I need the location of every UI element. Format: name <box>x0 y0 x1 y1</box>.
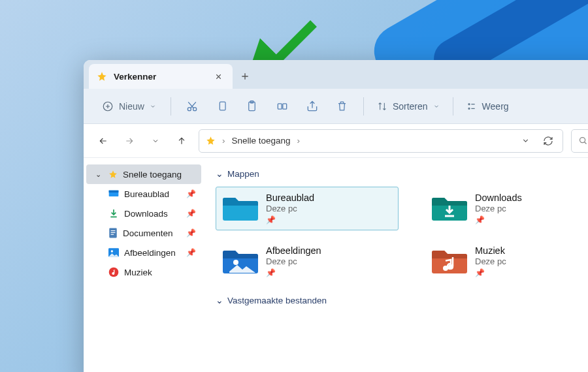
new-button-label: Nieuw <box>119 101 144 112</box>
desktop-icon <box>108 189 119 198</box>
tab-bar: Verkenner <box>84 60 588 89</box>
svg-point-19 <box>111 250 113 252</box>
svg-rect-16 <box>111 232 116 233</box>
folder-icon <box>432 193 467 221</box>
back-button[interactable] <box>94 132 112 150</box>
svg-rect-8 <box>283 103 287 108</box>
sidebar-item-downloads[interactable]: Downloads 📌 <box>86 204 201 223</box>
svg-rect-13 <box>109 191 119 193</box>
folder-item-desktop[interactable]: Bureaublad Deze pc 📌 <box>216 187 399 230</box>
search-box[interactable]: Z <box>571 129 588 153</box>
body: ⌄ Snelle toegang Bureaublad 📌 Downloads … <box>84 158 588 372</box>
svg-point-10 <box>468 108 470 109</box>
sidebar-item-label: Afbeeldingen <box>124 248 181 258</box>
forward-button[interactable] <box>120 132 139 150</box>
svg-point-2 <box>188 107 191 110</box>
sidebar-quick-access[interactable]: ⌄ Snelle toegang <box>86 164 201 184</box>
item-subtitle: Deze pc <box>266 204 314 213</box>
sort-label: Sorteren <box>393 101 428 112</box>
separator <box>453 97 453 116</box>
folder-item-downloads[interactable]: Downloads Deze pc 📌 <box>425 187 588 230</box>
cut-icon[interactable] <box>179 95 205 118</box>
svg-point-21 <box>233 260 238 265</box>
svg-point-23 <box>448 264 453 270</box>
sidebar-item-documents[interactable]: Documenten 📌 <box>86 223 201 243</box>
active-tab[interactable]: Verkenner <box>89 64 233 89</box>
chevron-down-icon[interactable] <box>517 136 534 145</box>
svg-point-3 <box>193 107 197 110</box>
address-bar[interactable]: › Snelle toegang › <box>199 129 563 153</box>
sidebar-item-label: Documenten <box>123 228 181 238</box>
item-name: Downloads <box>475 193 522 203</box>
group-folders[interactable]: ⌄ Mappen <box>216 168 588 179</box>
view-label: Weerg <box>482 101 509 112</box>
pin-icon: 📌 <box>186 248 196 257</box>
star-icon <box>206 136 216 146</box>
item-subtitle: Deze pc <box>475 256 506 266</box>
folder-item-music[interactable]: Muziek Deze pc 📌 <box>425 240 588 283</box>
content-pane: ⌄ Mappen Bureaublad Deze pc 📌 <box>204 158 588 372</box>
chevron-down-icon: ⌄ <box>95 170 103 179</box>
item-name: Muziek <box>475 245 506 256</box>
share-icon[interactable] <box>299 95 325 118</box>
item-name: Bureaublad <box>266 193 314 203</box>
music-icon <box>108 267 119 277</box>
item-name: Afbeeldingen <box>266 245 321 256</box>
explorer-window: Verkenner Nieuw <box>84 60 588 372</box>
delete-icon[interactable] <box>329 95 355 118</box>
sidebar-item-music[interactable]: Muziek <box>86 262 201 282</box>
sidebar-item-pictures[interactable]: Afbeeldingen 📌 <box>86 243 201 262</box>
pictures-icon <box>108 248 119 257</box>
document-icon <box>108 228 118 238</box>
pin-icon: 📌 <box>266 268 321 277</box>
chevron-down-icon: ⌄ <box>216 168 223 179</box>
folder-grid: Bureaublad Deze pc 📌 Downloads Deze pc 📌 <box>216 187 588 283</box>
sidebar-item-desktop[interactable]: Bureaublad 📌 <box>86 184 201 204</box>
recent-dropdown[interactable] <box>146 132 165 150</box>
svg-point-9 <box>468 103 470 104</box>
pin-icon: 📌 <box>186 228 196 238</box>
up-button[interactable] <box>172 132 191 150</box>
svg-rect-15 <box>111 230 116 231</box>
svg-rect-7 <box>278 103 282 108</box>
download-icon <box>108 208 119 219</box>
refresh-icon[interactable] <box>540 136 556 146</box>
group-label: Vastgemaakte bestanden <box>227 296 327 305</box>
folder-icon <box>223 193 258 221</box>
navigation-row: › Snelle toegang › Z <box>84 124 588 158</box>
tab-title: Verkenner <box>114 72 208 82</box>
breadcrumb-sep: › <box>222 136 225 146</box>
separator <box>171 97 171 116</box>
sidebar-item-label: Downloads <box>124 209 181 219</box>
pin-icon: 📌 <box>186 189 196 198</box>
svg-point-11 <box>580 138 585 143</box>
item-subtitle: Deze pc <box>475 204 522 213</box>
paste-icon[interactable] <box>239 95 265 118</box>
group-label: Mappen <box>227 169 259 179</box>
separator <box>363 97 364 116</box>
view-button[interactable]: Weerg <box>461 101 514 112</box>
chevron-down-icon: ⌄ <box>216 295 223 305</box>
folder-icon <box>223 245 258 274</box>
breadcrumb-root[interactable]: Snelle toegang <box>232 136 291 146</box>
breadcrumb-sep: › <box>297 136 301 146</box>
new-tab-button[interactable] <box>233 64 257 89</box>
sidebar-item-label: Muziek <box>124 268 196 277</box>
new-button[interactable]: Nieuw <box>95 97 163 116</box>
sidebar-item-label: Snelle toegang <box>123 170 196 179</box>
rename-icon[interactable] <box>269 95 295 118</box>
folder-item-pictures[interactable]: Afbeeldingen Deze pc 📌 <box>216 240 399 283</box>
copy-icon[interactable] <box>209 95 235 118</box>
group-pinned-files[interactable]: ⌄ Vastgemaakte bestanden <box>216 295 588 305</box>
close-icon[interactable] <box>214 72 225 81</box>
command-bar: Nieuw Sorteren Weerg <box>84 89 588 124</box>
search-icon <box>578 136 588 146</box>
pin-icon: 📌 <box>186 209 196 218</box>
item-subtitle: Deze pc <box>266 256 321 266</box>
svg-point-22 <box>443 266 448 271</box>
sort-button[interactable]: Sorteren <box>372 101 445 112</box>
svg-rect-4 <box>220 102 226 110</box>
pin-icon: 📌 <box>475 268 506 277</box>
folder-icon <box>432 245 467 274</box>
pin-icon: 📌 <box>266 215 314 225</box>
